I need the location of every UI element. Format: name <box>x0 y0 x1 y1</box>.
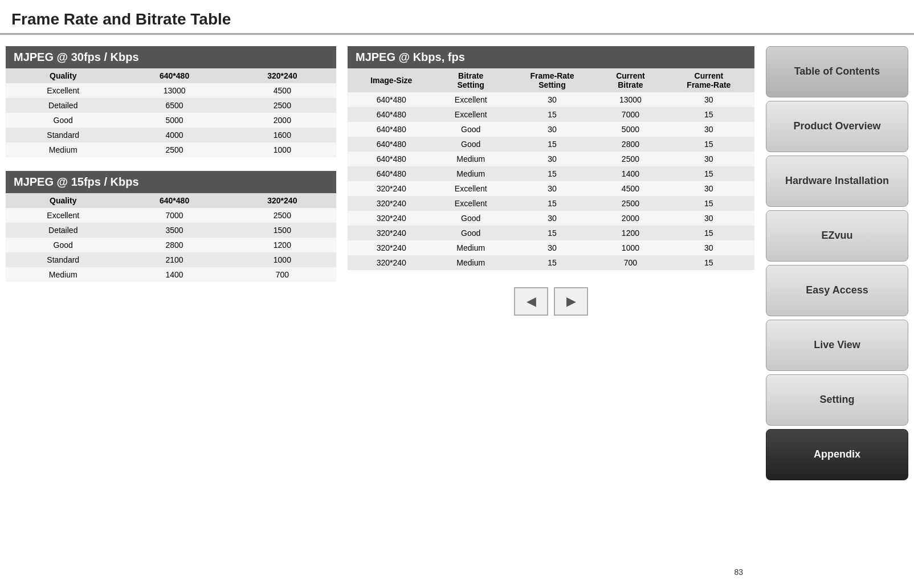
next-button[interactable]: ▶ <box>554 287 588 316</box>
col-framerate-setting: Frame-RateSetting <box>507 68 598 92</box>
col-quality: Quality <box>6 68 120 83</box>
col-image-size: Image-Size <box>348 68 435 92</box>
col-quality2: Quality <box>6 193 120 208</box>
middle-panel: MJPEG @ Kbps, fps Image-Size BitrateSett… <box>348 46 754 484</box>
table-row: Good50002000 <box>6 113 336 128</box>
sidebar-item-product-overview[interactable]: Product Overview <box>766 101 908 152</box>
table-row: 320*240Medium30100030 <box>348 240 754 255</box>
col-640-2: 640*480 <box>120 193 228 208</box>
table-row: Good28001200 <box>6 238 336 252</box>
table-row: 640*480Good15280015 <box>348 137 754 152</box>
table-row: 320*240Excellent15250015 <box>348 196 754 211</box>
table-row: Excellent130004500 <box>6 83 336 98</box>
section1-header: MJPEG @ 30fps / Kbps <box>6 46 336 68</box>
table-row: Detailed65002500 <box>6 98 336 113</box>
right-sidebar: Table of ContentsProduct OverviewHardwar… <box>766 46 908 484</box>
table-row: Standard21001000 <box>6 252 336 267</box>
table-row: 320*240Medium1570015 <box>348 255 754 270</box>
page-number: 83 <box>723 562 754 582</box>
table-row: 640*480Medium15140015 <box>348 166 754 181</box>
sidebar-item-ezvuu[interactable]: EZvuu <box>766 210 908 262</box>
sidebar-item-easy-access[interactable]: Easy Access <box>766 265 908 316</box>
table-row: Detailed35001500 <box>6 223 336 238</box>
sidebar-item-hardware-installation[interactable]: Hardware Installation <box>766 156 908 207</box>
bottom-nav: ◀ ▶ <box>348 270 754 321</box>
sidebar-item-live-view[interactable]: Live View <box>766 320 908 371</box>
table-row: 320*240Good15120015 <box>348 226 754 240</box>
section2-header: MJPEG @ 15fps / Kbps <box>6 171 336 193</box>
sidebar-item-appendix[interactable]: Appendix <box>766 429 908 480</box>
col-640: 640*480 <box>120 68 228 83</box>
sidebar-item-setting[interactable]: Setting <box>766 374 908 426</box>
table-row: 640*480Good30500030 <box>348 122 754 137</box>
table-row: 640*480Medium30250030 <box>348 152 754 166</box>
table-row: 640*480Excellent301300030 <box>348 92 754 107</box>
col-bitrate-setting: BitrateSetting <box>435 68 507 92</box>
col-320-2: 320*240 <box>228 193 336 208</box>
table-row: Medium25001000 <box>6 142 336 157</box>
mjpeg-15fps-table: Quality 640*480 320*240 Excellent7000250… <box>6 193 336 282</box>
prev-button[interactable]: ◀ <box>514 287 548 316</box>
table-row: 320*240Excellent30450030 <box>348 181 754 196</box>
table-row: Medium1400700 <box>6 267 336 282</box>
left-panel: MJPEG @ 30fps / Kbps Quality 640*480 320… <box>6 46 336 484</box>
table-row: 640*480Excellent15700015 <box>348 107 754 122</box>
right-section-header: MJPEG @ Kbps, fps <box>348 46 754 68</box>
table-row: Excellent70002500 <box>6 208 336 223</box>
mjpeg-30fps-table: Quality 640*480 320*240 Excellent1300045… <box>6 68 336 157</box>
page-title: Frame Rate and Bitrate Table <box>0 0 914 35</box>
col-current-framerate: CurrentFrame-Rate <box>663 68 754 92</box>
sidebar-item-toc[interactable]: Table of Contents <box>766 46 908 97</box>
col-current-bitrate: CurrentBitrate <box>598 68 663 92</box>
mjpeg-kbps-table: Image-Size BitrateSetting Frame-RateSett… <box>348 68 754 270</box>
table-row: 320*240Good30200030 <box>348 211 754 226</box>
col-320: 320*240 <box>228 68 336 83</box>
table-row: Standard40001600 <box>6 128 336 142</box>
